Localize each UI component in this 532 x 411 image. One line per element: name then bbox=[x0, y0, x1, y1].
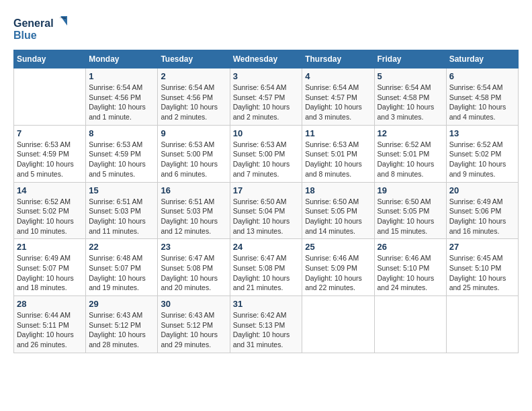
page-header: General Blue bbox=[13, 13, 519, 43]
day-number: 26 bbox=[378, 242, 443, 252]
day-number: 21 bbox=[17, 242, 83, 252]
day-info: Sunrise: 6:54 AM Sunset: 4:57 PM Dayligh… bbox=[233, 83, 300, 122]
calendar-cell: 19 Sunrise: 6:50 AM Sunset: 5:05 PM Dayl… bbox=[374, 182, 446, 239]
day-number: 22 bbox=[89, 242, 154, 252]
day-info: Sunrise: 6:54 AM Sunset: 4:56 PM Dayligh… bbox=[161, 83, 226, 122]
day-number: 13 bbox=[449, 128, 515, 138]
day-info: Sunrise: 6:54 AM Sunset: 4:56 PM Dayligh… bbox=[89, 83, 154, 122]
day-number: 8 bbox=[89, 128, 154, 138]
day-number: 14 bbox=[17, 185, 83, 195]
calendar-cell bbox=[446, 296, 518, 353]
day-number: 6 bbox=[449, 71, 515, 81]
day-info: Sunrise: 6:48 AM Sunset: 5:07 PM Dayligh… bbox=[89, 253, 154, 293]
calendar-cell: 3 Sunrise: 6:54 AM Sunset: 4:57 PM Dayli… bbox=[230, 68, 302, 126]
calendar-cell: 28 Sunrise: 6:44 AM Sunset: 5:11 PM Dayl… bbox=[14, 296, 86, 353]
day-number: 17 bbox=[233, 185, 300, 195]
calendar-cell: 9 Sunrise: 6:53 AM Sunset: 5:00 PM Dayli… bbox=[158, 125, 230, 182]
day-number: 7 bbox=[17, 128, 83, 138]
calendar-cell: 23 Sunrise: 6:47 AM Sunset: 5:08 PM Dayl… bbox=[158, 239, 230, 296]
day-number: 18 bbox=[305, 185, 371, 195]
day-info: Sunrise: 6:51 AM Sunset: 5:03 PM Dayligh… bbox=[161, 197, 226, 236]
day-info: Sunrise: 6:42 AM Sunset: 5:13 PM Dayligh… bbox=[233, 310, 300, 350]
day-number: 30 bbox=[161, 299, 226, 309]
day-number: 16 bbox=[161, 185, 226, 195]
calendar-cell: 20 Sunrise: 6:49 AM Sunset: 5:06 PM Dayl… bbox=[446, 182, 518, 239]
calendar-cell: 30 Sunrise: 6:43 AM Sunset: 5:12 PM Dayl… bbox=[158, 296, 230, 353]
day-number: 25 bbox=[305, 242, 371, 252]
day-number: 2 bbox=[161, 71, 226, 81]
calendar-header-row: SundayMondayTuesdayWednesdayThursdayFrid… bbox=[14, 50, 519, 68]
day-number: 1 bbox=[89, 71, 154, 81]
day-number: 27 bbox=[449, 242, 515, 252]
day-info: Sunrise: 6:53 AM Sunset: 5:00 PM Dayligh… bbox=[161, 140, 226, 179]
day-info: Sunrise: 6:50 AM Sunset: 5:04 PM Dayligh… bbox=[233, 197, 300, 236]
day-number: 23 bbox=[161, 242, 226, 252]
calendar-table: SundayMondayTuesdayWednesdayThursdayFrid… bbox=[13, 50, 519, 353]
day-info: Sunrise: 6:49 AM Sunset: 5:06 PM Dayligh… bbox=[449, 197, 515, 236]
calendar-cell: 22 Sunrise: 6:48 AM Sunset: 5:07 PM Dayl… bbox=[86, 239, 158, 296]
day-info: Sunrise: 6:46 AM Sunset: 5:09 PM Dayligh… bbox=[305, 253, 371, 293]
day-info: Sunrise: 6:53 AM Sunset: 4:59 PM Dayligh… bbox=[89, 140, 154, 179]
calendar-cell: 1 Sunrise: 6:54 AM Sunset: 4:56 PM Dayli… bbox=[86, 68, 158, 126]
day-info: Sunrise: 6:47 AM Sunset: 5:08 PM Dayligh… bbox=[161, 253, 226, 293]
calendar-cell: 12 Sunrise: 6:52 AM Sunset: 5:01 PM Dayl… bbox=[374, 125, 446, 182]
day-number: 19 bbox=[378, 185, 443, 195]
day-info: Sunrise: 6:51 AM Sunset: 5:03 PM Dayligh… bbox=[89, 197, 154, 236]
calendar-cell bbox=[302, 296, 374, 353]
calendar-week-row: 21 Sunrise: 6:49 AM Sunset: 5:07 PM Dayl… bbox=[14, 239, 519, 296]
day-info: Sunrise: 6:54 AM Sunset: 4:57 PM Dayligh… bbox=[305, 83, 371, 122]
calendar-cell bbox=[374, 296, 446, 353]
calendar-cell: 13 Sunrise: 6:52 AM Sunset: 5:02 PM Dayl… bbox=[446, 125, 518, 182]
calendar-week-row: 1 Sunrise: 6:54 AM Sunset: 4:56 PM Dayli… bbox=[14, 68, 519, 126]
day-number: 5 bbox=[378, 71, 443, 81]
day-number: 10 bbox=[233, 128, 300, 138]
logo-svg: General Blue bbox=[13, 13, 67, 43]
day-info: Sunrise: 6:52 AM Sunset: 5:02 PM Dayligh… bbox=[17, 197, 83, 236]
day-info: Sunrise: 6:43 AM Sunset: 5:12 PM Dayligh… bbox=[89, 310, 154, 350]
calendar-cell: 26 Sunrise: 6:46 AM Sunset: 5:10 PM Dayl… bbox=[374, 239, 446, 296]
calendar-week-row: 14 Sunrise: 6:52 AM Sunset: 5:02 PM Dayl… bbox=[14, 182, 519, 239]
day-info: Sunrise: 6:43 AM Sunset: 5:12 PM Dayligh… bbox=[161, 310, 226, 350]
calendar-cell: 5 Sunrise: 6:54 AM Sunset: 4:58 PM Dayli… bbox=[374, 68, 446, 126]
calendar-cell: 10 Sunrise: 6:53 AM Sunset: 5:00 PM Dayl… bbox=[230, 125, 302, 182]
day-number: 29 bbox=[89, 299, 154, 309]
day-info: Sunrise: 6:44 AM Sunset: 5:11 PM Dayligh… bbox=[17, 310, 83, 350]
calendar-cell: 6 Sunrise: 6:54 AM Sunset: 4:58 PM Dayli… bbox=[446, 68, 518, 126]
calendar-week-row: 28 Sunrise: 6:44 AM Sunset: 5:11 PM Dayl… bbox=[14, 296, 519, 353]
day-info: Sunrise: 6:49 AM Sunset: 5:07 PM Dayligh… bbox=[17, 253, 83, 293]
calendar-cell: 27 Sunrise: 6:45 AM Sunset: 5:10 PM Dayl… bbox=[446, 239, 518, 296]
day-number: 20 bbox=[449, 185, 515, 195]
day-number: 3 bbox=[233, 71, 300, 81]
calendar-cell: 16 Sunrise: 6:51 AM Sunset: 5:03 PM Dayl… bbox=[158, 182, 230, 239]
calendar-week-row: 7 Sunrise: 6:53 AM Sunset: 4:59 PM Dayli… bbox=[14, 125, 519, 182]
calendar-cell: 15 Sunrise: 6:51 AM Sunset: 5:03 PM Dayl… bbox=[86, 182, 158, 239]
calendar-cell: 24 Sunrise: 6:47 AM Sunset: 5:08 PM Dayl… bbox=[230, 239, 302, 296]
day-number: 15 bbox=[89, 185, 154, 195]
calendar-cell: 11 Sunrise: 6:53 AM Sunset: 5:01 PM Dayl… bbox=[302, 125, 374, 182]
weekday-header: Saturday bbox=[446, 50, 518, 68]
day-info: Sunrise: 6:53 AM Sunset: 4:59 PM Dayligh… bbox=[17, 140, 83, 179]
svg-text:General: General bbox=[13, 17, 54, 29]
day-number: 11 bbox=[305, 128, 371, 138]
day-info: Sunrise: 6:54 AM Sunset: 4:58 PM Dayligh… bbox=[449, 83, 515, 122]
weekday-header: Tuesday bbox=[158, 50, 230, 68]
day-info: Sunrise: 6:53 AM Sunset: 5:01 PM Dayligh… bbox=[305, 140, 371, 179]
weekday-header: Sunday bbox=[14, 50, 86, 68]
day-info: Sunrise: 6:47 AM Sunset: 5:08 PM Dayligh… bbox=[233, 253, 300, 293]
calendar-cell: 14 Sunrise: 6:52 AM Sunset: 5:02 PM Dayl… bbox=[14, 182, 86, 239]
calendar-cell: 21 Sunrise: 6:49 AM Sunset: 5:07 PM Dayl… bbox=[14, 239, 86, 296]
day-info: Sunrise: 6:46 AM Sunset: 5:10 PM Dayligh… bbox=[378, 253, 443, 293]
logo: General Blue bbox=[13, 13, 67, 43]
day-info: Sunrise: 6:52 AM Sunset: 5:01 PM Dayligh… bbox=[378, 140, 443, 179]
calendar-cell: 17 Sunrise: 6:50 AM Sunset: 5:04 PM Dayl… bbox=[230, 182, 302, 239]
calendar-cell: 7 Sunrise: 6:53 AM Sunset: 4:59 PM Dayli… bbox=[14, 125, 86, 182]
day-info: Sunrise: 6:50 AM Sunset: 5:05 PM Dayligh… bbox=[305, 197, 371, 236]
day-number: 28 bbox=[17, 299, 83, 309]
day-info: Sunrise: 6:45 AM Sunset: 5:10 PM Dayligh… bbox=[449, 253, 515, 293]
day-number: 31 bbox=[233, 299, 300, 309]
calendar-cell: 25 Sunrise: 6:46 AM Sunset: 5:09 PM Dayl… bbox=[302, 239, 374, 296]
day-number: 4 bbox=[305, 71, 371, 81]
weekday-header: Thursday bbox=[302, 50, 374, 68]
day-number: 12 bbox=[378, 128, 443, 138]
day-info: Sunrise: 6:53 AM Sunset: 5:00 PM Dayligh… bbox=[233, 140, 300, 179]
